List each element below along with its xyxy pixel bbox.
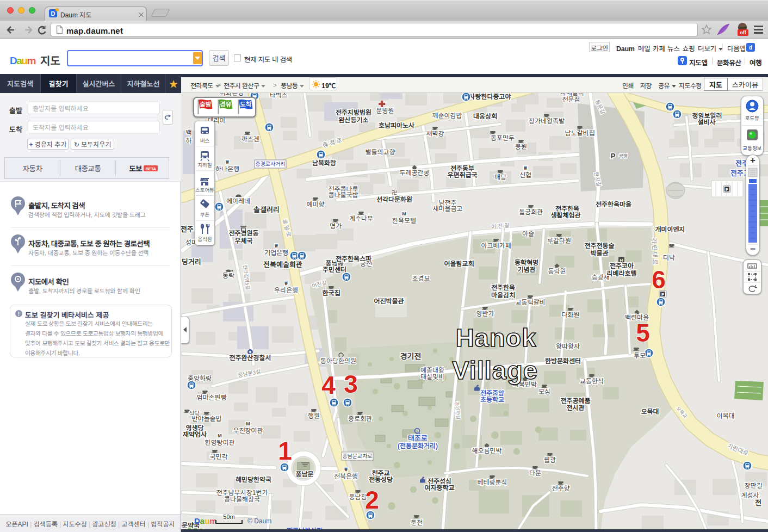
svg-text:베테랑분식: 베테랑분식 bbox=[477, 477, 507, 486]
svg-text:왕따왕자: 왕따왕자 bbox=[556, 341, 580, 350]
svg-text:동락원: 동락원 bbox=[548, 266, 566, 275]
svg-text:버스: 버스 bbox=[200, 137, 210, 144]
svg-text:별들의고향: 별들의고향 bbox=[365, 147, 395, 156]
svg-text:완산등기소: 완산등기소 bbox=[338, 115, 368, 124]
svg-text:전주완산경찰서: 전주완산경찰서 bbox=[229, 352, 271, 362]
svg-text:에이레네: 에이레네 bbox=[226, 196, 250, 205]
svg-text:한국집: 한국집 bbox=[322, 288, 340, 297]
svg-text:장가네왕족발: 장가네왕족발 bbox=[529, 116, 565, 125]
svg-text:동포만두: 동포만두 bbox=[491, 133, 515, 142]
svg-text:타벅스: 타벅스 bbox=[269, 93, 287, 99]
svg-text:풍남문교차로: 풍남문교차로 bbox=[342, 451, 372, 460]
svg-text:우체국: 우체국 bbox=[234, 236, 252, 245]
svg-text:아줄: 아줄 bbox=[522, 228, 534, 238]
svg-text:공영: 공영 bbox=[619, 152, 628, 159]
svg-text:출발: 출발 bbox=[200, 100, 212, 108]
svg-text:사랑한다중고야: 사랑한다중고야 bbox=[469, 93, 511, 101]
svg-text:태실및비: 태실및비 bbox=[420, 372, 444, 381]
svg-text:전문점: 전문점 bbox=[562, 94, 580, 103]
svg-text:엄마손찐빵: 엄마손찐빵 bbox=[196, 392, 226, 401]
svg-text:명가: 명가 bbox=[330, 221, 342, 230]
svg-text:Village: Village bbox=[452, 356, 538, 385]
svg-text:돌궁회관: 돌궁회관 bbox=[519, 207, 543, 216]
svg-text:우리은행: 우리은행 bbox=[274, 285, 298, 294]
svg-text:전북은행: 전북은행 bbox=[334, 471, 358, 480]
svg-text:P: P bbox=[726, 186, 728, 192]
svg-text:음식점: 음식점 bbox=[197, 235, 212, 243]
svg-text:신협: 신협 bbox=[519, 170, 531, 179]
svg-text:예미향: 예미향 bbox=[306, 199, 324, 208]
svg-text:전주한옥마을: 전주한옥마을 bbox=[596, 199, 631, 208]
svg-text:깨순이김밥: 깨순이김밥 bbox=[432, 110, 462, 120]
svg-text:Hanok: Hanok bbox=[456, 323, 537, 352]
svg-text:남북화랑: 남북화랑 bbox=[312, 158, 336, 167]
svg-text:전주: 전주 bbox=[181, 224, 194, 234]
svg-text:전: 전 bbox=[755, 497, 761, 508]
svg-text:개미이엔지: 개미이엔지 bbox=[655, 224, 685, 233]
svg-text:두레공간콩: 두레공간콩 bbox=[399, 168, 429, 177]
svg-text:우진장여관: 우진장여관 bbox=[233, 425, 263, 435]
svg-text:대웅상회: 대웅상회 bbox=[473, 111, 497, 120]
svg-text:기 린 대 로: 기 린 대 로 bbox=[651, 238, 661, 265]
svg-text:이화은행: 이화은행 bbox=[220, 93, 244, 97]
svg-text:혜민당한약국: 혜민당한약국 bbox=[236, 474, 271, 484]
svg-text:오목대: 오목대 bbox=[641, 406, 659, 416]
svg-text:루갈다원: 루갈다원 bbox=[547, 236, 571, 245]
svg-text:3: 3 bbox=[344, 370, 358, 398]
svg-text:선각다문화원: 선각다문화원 bbox=[376, 194, 412, 203]
svg-text:박물관: 박물관 bbox=[590, 248, 608, 257]
svg-text:다화원: 다화원 bbox=[561, 310, 579, 319]
svg-text:장판길: 장판길 bbox=[744, 480, 762, 490]
svg-text:국민각: 국민각 bbox=[209, 451, 227, 461]
svg-text:로드뷰: 로드뷰 bbox=[745, 114, 759, 122]
svg-text:교통정보: 교통정보 bbox=[743, 144, 762, 152]
svg-text:월광: 월광 bbox=[544, 455, 556, 464]
svg-text:행원: 행원 bbox=[308, 411, 320, 420]
svg-text:까스겐: 까스겐 bbox=[241, 134, 259, 143]
svg-text:종로회관: 종로회관 bbox=[348, 413, 372, 423]
svg-text:2: 2 bbox=[365, 486, 379, 514]
svg-text:도착: 도착 bbox=[240, 100, 252, 108]
svg-text:동락: 동락 bbox=[222, 270, 234, 280]
svg-text:마을김치: 마을김치 bbox=[491, 290, 515, 299]
svg-text:매당: 매당 bbox=[494, 172, 506, 181]
svg-text:+: + bbox=[750, 155, 755, 166]
svg-text:경기전: 경기전 bbox=[400, 350, 422, 361]
svg-text:다문: 다문 bbox=[529, 468, 541, 477]
svg-text:기업은행: 기업은행 bbox=[264, 248, 288, 257]
svg-text:충경로사거리: 충경로사거리 bbox=[255, 159, 285, 168]
svg-text:호남피아노사: 호남피아노사 bbox=[379, 120, 414, 129]
svg-text:반야돌솥밥: 반야돌솥밥 bbox=[191, 413, 221, 423]
svg-text:6: 6 bbox=[652, 265, 666, 294]
svg-text:전동성당: 전동성당 bbox=[369, 474, 393, 484]
svg-text:더낙: 더낙 bbox=[663, 252, 675, 262]
svg-text:리베라호텔: 리베라호텔 bbox=[606, 268, 636, 277]
svg-text:재약업사: 재약업사 bbox=[183, 429, 207, 438]
svg-text:쿠폰: 쿠폰 bbox=[200, 211, 210, 218]
svg-text:한방문화센터: 한방문화센터 bbox=[545, 356, 581, 365]
svg-text:주민센터: 주민센터 bbox=[323, 264, 346, 274]
svg-text:기념관: 기념관 bbox=[517, 264, 535, 274]
svg-text:초등학교: 초등학교 bbox=[480, 394, 504, 404]
svg-text:50m: 50m bbox=[223, 514, 234, 520]
svg-text:5: 5 bbox=[636, 319, 650, 347]
svg-text:P: P bbox=[611, 150, 616, 160]
svg-text:조경묘: 조경묘 bbox=[412, 273, 430, 282]
svg-text:콩나물국밥: 콩나물국밥 bbox=[328, 190, 358, 199]
svg-text:−: − bbox=[750, 242, 755, 255]
svg-text:모심: 모심 bbox=[538, 386, 550, 395]
svg-text:스토어뷰: 스토어뷰 bbox=[195, 186, 214, 194]
svg-text:남노갈비집: 남노갈비집 bbox=[565, 128, 594, 137]
svg-text:양반가: 양반가 bbox=[476, 308, 494, 318]
svg-text:경유: 경유 bbox=[220, 100, 232, 108]
svg-text:동아당한의원: 동아당한의원 bbox=[320, 356, 356, 365]
svg-text:계수나무: 계수나무 bbox=[349, 213, 373, 222]
svg-text:아그배카페: 아그배카페 bbox=[481, 240, 511, 250]
svg-text:환영탕여관: 환영탕여관 bbox=[205, 437, 234, 447]
svg-text:4: 4 bbox=[321, 371, 336, 399]
svg-text:어진박물관: 어진박물관 bbox=[374, 296, 404, 305]
svg-text:전북예술회관: 전북예술회관 bbox=[263, 259, 302, 269]
svg-text:투모: 투모 bbox=[634, 350, 646, 360]
svg-text:해오름민박: 해오름민박 bbox=[472, 446, 501, 455]
svg-text:풍남정: 풍남정 bbox=[349, 492, 367, 501]
